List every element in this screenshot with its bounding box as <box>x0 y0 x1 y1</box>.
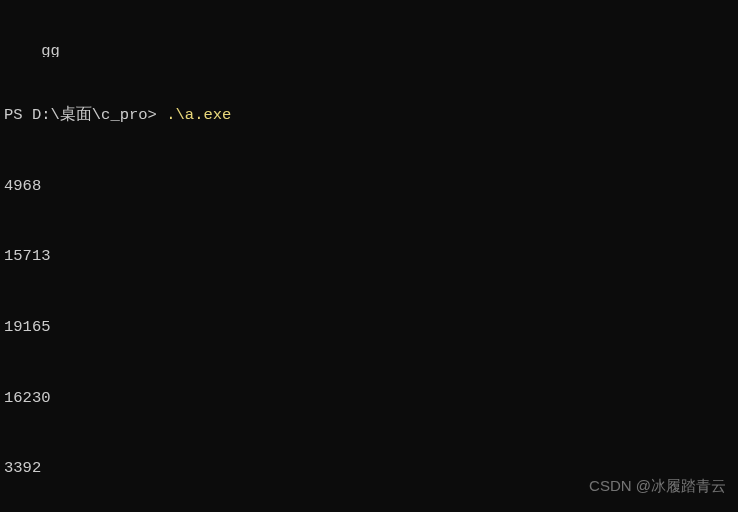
output-line: 15713 <box>4 245 734 269</box>
partial-previous-line: gg <box>4 47 734 57</box>
output-line: 3392 <box>4 457 734 481</box>
command-text: .\a.exe <box>166 104 231 128</box>
output-line: 16230 <box>4 387 734 411</box>
prompt-line: PS D:\桌面\c_pro> .\a.exe <box>4 104 734 128</box>
output-line: 4968 <box>4 175 734 199</box>
output-line: 19165 <box>4 316 734 340</box>
prompt-prefix: PS D:\桌面\c_pro> <box>4 104 166 128</box>
terminal-output[interactable]: gg PS D:\桌面\c_pro> .\a.exe 4968 15713 19… <box>0 0 738 512</box>
